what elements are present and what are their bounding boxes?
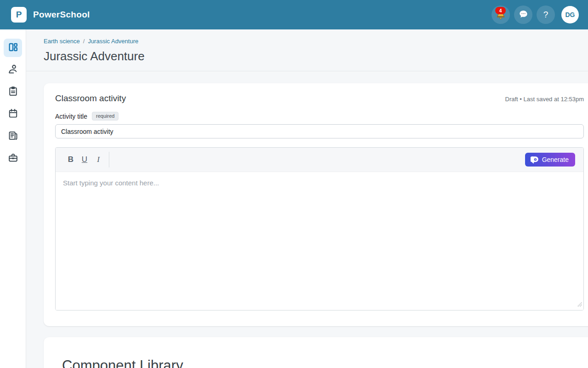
dashboard-icon — [7, 41, 19, 55]
breadcrumb-link-course[interactable]: Earth science — [44, 38, 80, 45]
sidebar-item-assignments[interactable] — [4, 83, 22, 101]
save-status: Draft • Last saved at 12:53pm — [505, 96, 584, 103]
breadcrumb-link-activity[interactable]: Jurassic Adventure — [88, 38, 138, 45]
editor-placeholder: Start typing your content here... — [63, 179, 159, 187]
rich-text-editor: B U I Generate — [55, 147, 584, 310]
messages-button[interactable] — [514, 6, 532, 24]
activity-title-label-row: Activity title required — [55, 112, 584, 121]
brand-name: PowerSchool — [33, 10, 90, 20]
page-title: Jurassic Adventure — [44, 49, 588, 63]
cards-container: Classroom activity Draft • Last saved at… — [26, 71, 588, 368]
notifications-button[interactable]: 4 — [492, 6, 510, 24]
page-header: Earth science / Jurassic Adventure Juras… — [26, 29, 588, 63]
help-button[interactable]: ? — [537, 6, 555, 24]
activity-title-input[interactable] — [55, 124, 584, 138]
news-icon — [7, 130, 19, 143]
navbar-actions: 4 ? DG — [492, 6, 579, 24]
top-navbar: P PowerSchool 4 — [0, 0, 588, 29]
resize-handle-icon[interactable] — [577, 300, 582, 309]
sidebar-item-people[interactable] — [4, 61, 22, 79]
activity-card-title: Classroom activity — [55, 93, 126, 104]
generate-button[interactable]: Generate — [525, 153, 575, 167]
user-icon — [7, 63, 19, 77]
activity-card-header: Classroom activity Draft • Last saved at… — [55, 93, 584, 104]
avatar-initials: DG — [565, 11, 575, 18]
clipboard-icon — [7, 86, 19, 99]
powerschool-logo[interactable]: P — [11, 7, 27, 23]
sidebar-item-news[interactable] — [4, 127, 22, 145]
required-badge: required — [92, 112, 119, 121]
toolbox-icon — [7, 152, 19, 165]
classroom-activity-card: Classroom activity Draft • Last saved at… — [44, 83, 588, 326]
component-library-card: Component Library — [44, 337, 588, 368]
notification-count-badge: 4 — [495, 7, 506, 14]
generate-button-label: Generate — [542, 156, 569, 163]
editor-content-area[interactable]: Start typing your content here... — [56, 172, 583, 310]
breadcrumb-separator: / — [83, 38, 85, 45]
main-content: Earth science / Jurassic Adventure Juras… — [26, 29, 588, 368]
sidebar-item-calendar[interactable] — [4, 105, 22, 123]
user-avatar[interactable]: DG — [561, 6, 579, 23]
toolbar-divider — [109, 152, 109, 167]
italic-button[interactable]: I — [91, 152, 105, 167]
help-icon: ? — [543, 10, 548, 20]
calendar-icon — [7, 108, 19, 121]
left-sidebar — [0, 29, 26, 368]
bold-button[interactable]: B — [64, 152, 78, 167]
powerbuddy-icon — [531, 156, 538, 164]
chat-icon — [518, 9, 529, 21]
logo-letter: P — [16, 10, 22, 20]
editor-toolbar: B U I Generate — [56, 148, 583, 172]
breadcrumb: Earth science / Jurassic Adventure — [44, 38, 588, 45]
sidebar-item-toolkit[interactable] — [4, 149, 22, 167]
component-library-title: Component Library — [62, 357, 577, 368]
underline-button[interactable]: U — [78, 152, 91, 167]
sidebar-item-dashboard[interactable] — [4, 39, 22, 57]
activity-title-label: Activity title — [55, 113, 87, 120]
